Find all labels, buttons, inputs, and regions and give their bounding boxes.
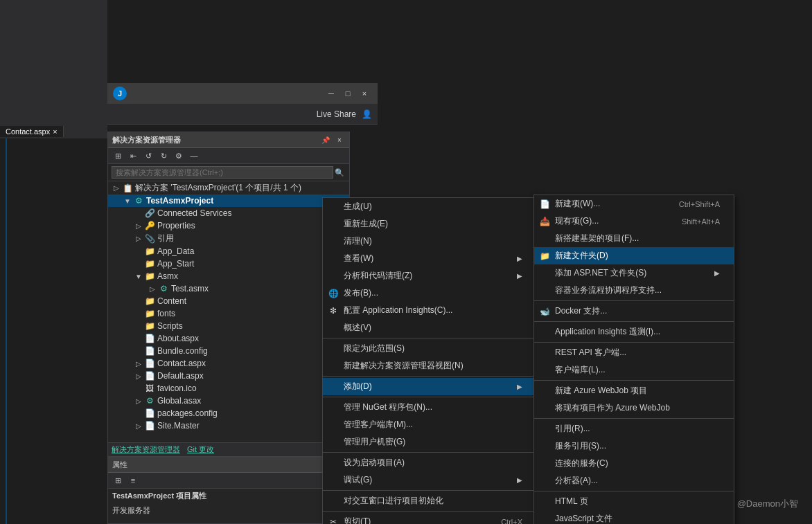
tree-project[interactable]: ▼ ⚙ TestAsmxProject [108, 195, 349, 207]
docker-label: Docker 支持... [555, 305, 607, 317]
submenu-sep5 [534, 418, 734, 419]
menu-clean[interactable]: 清理(N) [323, 233, 536, 250]
submenu-new-folder[interactable]: 📁 新建文件夹(D) [534, 247, 734, 264]
submenu-html-page[interactable]: HTML 页 [534, 493, 734, 510]
submenu-new-scaffold[interactable]: 新搭建基架的项目(F)... [534, 230, 734, 247]
menu-add[interactable]: 添加(D) ▶ [323, 378, 536, 395]
tab-close-icon[interactable]: × [53, 127, 57, 136]
submenu-aspnet-folder[interactable]: 添加 ASP.NET 文件夹(S) ▶ [534, 264, 734, 282]
submenu-sep1 [534, 300, 734, 301]
tree-app-start[interactable]: 📁 App_Start [108, 258, 349, 270]
menu-new-view[interactable]: 新建解决方案资源管理器视图(N) [323, 357, 536, 374]
submenu-container-workflow[interactable]: 容器业务流程协调程序支持... [534, 282, 734, 299]
menu-manage-secret[interactable]: 管理用户机密(G) [323, 433, 536, 451]
tree-test-asmx[interactable]: ▷ ⚙ Test.asmx [108, 282, 349, 295]
props-title: 属性 [108, 458, 349, 473]
minimize-button[interactable]: ─ [324, 86, 339, 101]
props-toolbar: ⊞ ≡ [108, 473, 349, 489]
reference-label: 引用(R)... [555, 423, 590, 435]
submenu-new-webjob[interactable]: 新建 Azure WebJob 项目 [534, 382, 734, 399]
se-search-row: 🔍 [108, 164, 349, 181]
favicon-label: favicon.ico [157, 383, 197, 393]
submenu-docker[interactable]: 🐋 Docker 支持... [534, 302, 734, 320]
submenu-rest-api[interactable]: REST API 客户端... [534, 344, 734, 361]
html-page-label: HTML 页 [555, 496, 588, 507]
liveshare-label: Live Share [317, 109, 356, 119]
publish-icon: 🌐 [327, 287, 339, 300]
submenu-new-item[interactable]: 📄 新建项(W)... Ctrl+Shift+A [534, 195, 734, 213]
submenu-existing-item[interactable]: 📥 现有项(G)... Shift+Alt+A [534, 213, 734, 230]
tree-bundle-config[interactable]: 📄 Bundle.config [108, 345, 349, 357]
menu-scope[interactable]: 限定为此范围(S) [323, 340, 536, 357]
new-item-icon: 📄 [538, 198, 551, 210]
menu-app-insights[interactable]: ❇ 配置 Application Insights(C)... [323, 302, 536, 319]
tree-favicon[interactable]: 🖼 favicon.ico [108, 382, 349, 395]
liveshare-icon[interactable]: 👤 [362, 109, 372, 119]
tree-connected-services[interactable]: 🔗 Connected Services [108, 207, 349, 219]
submenu-reference[interactable]: 引用(R)... [534, 420, 734, 437]
se-minus-btn[interactable]: — [187, 150, 201, 162]
tree-default-aspx[interactable]: ▷ 📄 Default.aspx [108, 370, 349, 382]
tree-references[interactable]: ▷ 📎 引用 [108, 232, 349, 245]
submenu-app-insights[interactable]: Application Insights 遥测(I)... [534, 323, 734, 341]
se-refresh2-btn[interactable]: ↻ [157, 150, 170, 162]
menu-rebuild-label: 重新生成(E) [344, 218, 388, 230]
menu-manage-client[interactable]: 管理客户端库(M)... [323, 416, 536, 433]
tree-site-master[interactable]: ▷ 📄 Site.Master [108, 419, 349, 432]
menu-cut[interactable]: ✂ 剪切(T) Ctrl+X [323, 513, 536, 524]
tree-asmx[interactable]: ▼ 📁 Asmx [108, 270, 349, 282]
se-collapse-btn[interactable]: ⇤ [126, 150, 140, 162]
menu-nuget[interactable]: 管理 NuGet 程序包(N)... [323, 399, 536, 416]
window-icon: J [113, 87, 127, 100]
new-item-shortcut: Ctrl+Shift+A [665, 200, 720, 208]
close-button[interactable]: × [357, 86, 372, 101]
menu-view[interactable]: 查看(W) ▶ [323, 250, 536, 267]
tree-fonts[interactable]: 📁 fonts [108, 307, 349, 320]
se-show-all-btn[interactable]: ⊞ [111, 150, 125, 162]
menu-init-console[interactable]: 对交互窗口进行项目初始化 [323, 492, 536, 509]
test-asmx-label: Test.asmx [171, 284, 209, 293]
se-link1[interactable]: 解决方案资源管理器 [112, 444, 180, 455]
tree-packages-config[interactable]: 📄 packages.config [108, 407, 349, 419]
tab-contact-aspx[interactable]: Contact.aspx × [0, 126, 64, 137]
se-close-icon[interactable]: × [334, 134, 345, 145]
menu-publish[interactable]: 🌐 发布(B)... [323, 284, 536, 302]
menu-build[interactable]: 生成(U) [323, 198, 536, 215]
submenu-existing-webjob[interactable]: 将现有项目作为 Azure WebJob [534, 399, 734, 417]
tree-app-data[interactable]: 📁 App_Data [108, 245, 349, 258]
menu-set-startup[interactable]: 设为启动项目(A) [323, 454, 536, 471]
tab-label: Contact.aspx [6, 127, 50, 136]
tree-content[interactable]: 📁 Content [108, 295, 349, 307]
menu-add-label: 添加(D) [344, 381, 372, 392]
se-settings-btn[interactable]: ⚙ [172, 150, 186, 162]
tree-root-solution[interactable]: ▷ 📋 解决方案 'TestAsmxProject'(1 个项目/共 1 个) [108, 181, 349, 195]
window-title-left: J [113, 87, 127, 100]
menu-analyze[interactable]: 分析和代码清理(Z) ▶ [323, 267, 536, 284]
submenu-analyzer[interactable]: 分析器(A)... [534, 472, 734, 489]
tree-contact-aspx[interactable]: ▷ 📄 Contact.aspx [108, 357, 349, 370]
se-pin-icon[interactable]: 📌 [320, 134, 331, 145]
menu-rebuild[interactable]: 重新生成(E) [323, 215, 536, 233]
menu-publish-label: 发布(B)... [344, 287, 378, 299]
submenu-client-lib[interactable]: 客户端库(L)... [534, 361, 734, 379]
props-list-btn[interactable]: ≡ [126, 474, 140, 487]
restore-button[interactable]: □ [340, 86, 355, 101]
tree-scripts[interactable]: 📁 Scripts [108, 320, 349, 332]
menu-overview[interactable]: 概述(V) [323, 319, 536, 336]
menu-sep4 [323, 452, 536, 453]
tree-about-aspx[interactable]: 📄 About.aspx [108, 332, 349, 345]
props-grid-btn[interactable]: ⊞ [111, 474, 125, 487]
se-search-icon[interactable]: 🔍 [333, 166, 346, 179]
submenu-js-file[interactable]: JavaScript 文件 [534, 510, 734, 524]
menu-debug[interactable]: 调试(G) ▶ [323, 471, 536, 489]
view-submenu-arrow: ▶ [517, 255, 522, 262]
context-menu: 生成(U) 重新生成(E) 清理(N) 查看(W) ▶ 分析和代码清理(Z) ▶… [322, 197, 537, 524]
tree-properties[interactable]: ▷ 🔑 Properties [108, 219, 349, 232]
submenu-service-ref[interactable]: 服务引用(S)... [534, 437, 734, 455]
submenu-connected-svc[interactable]: 连接的服务(C) [534, 455, 734, 472]
se-refresh-btn[interactable]: ↺ [141, 150, 155, 162]
tree-global-asax[interactable]: ▷ ⚙ Global.asax [108, 395, 349, 407]
connected-svc-label: 连接的服务(C) [555, 458, 608, 469]
se-link2[interactable]: Git 更改 [187, 444, 214, 455]
se-search-input[interactable] [112, 166, 333, 179]
